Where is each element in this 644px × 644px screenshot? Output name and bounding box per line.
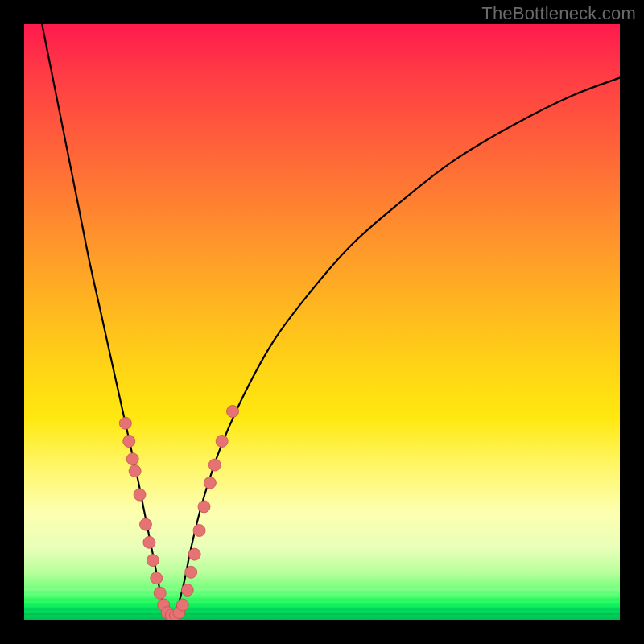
watermark-text: TheBottleneck.com	[481, 3, 636, 24]
sample-points-group	[119, 406, 238, 621]
sample-point	[204, 477, 216, 489]
sample-point	[151, 572, 163, 584]
sample-point	[185, 566, 197, 578]
sample-point	[119, 417, 131, 429]
sample-point	[147, 555, 159, 567]
sample-point	[123, 436, 135, 448]
sample-point	[126, 453, 138, 465]
chart-frame: TheBottleneck.com	[0, 0, 644, 644]
sample-point	[216, 436, 228, 448]
sample-point	[139, 518, 151, 530]
sample-point	[181, 584, 193, 597]
sample-point	[134, 489, 146, 501]
sample-point	[143, 536, 155, 548]
sample-point	[176, 599, 188, 611]
sample-point	[154, 587, 166, 599]
sample-point	[129, 465, 141, 477]
sample-point	[208, 459, 221, 471]
sample-point	[198, 501, 210, 513]
sample-point	[188, 548, 200, 560]
plot-area	[24, 24, 620, 620]
sample-point	[227, 406, 239, 418]
sample-point	[193, 525, 205, 537]
chart-svg	[24, 24, 620, 620]
bottleneck-curve	[42, 24, 620, 619]
